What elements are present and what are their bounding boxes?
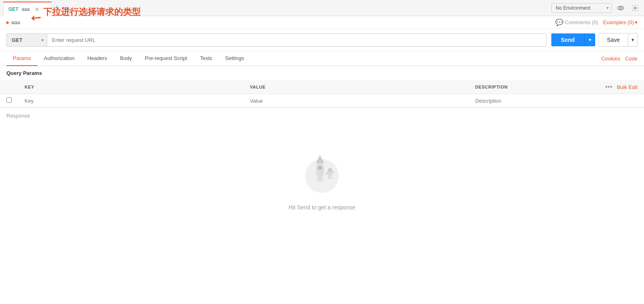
svg-point-1 [620, 7, 622, 9]
eye-icon-button[interactable] [615, 2, 626, 14]
save-button-wrap: Save ▾ [598, 33, 638, 47]
send-dropdown-button[interactable]: ▾ [585, 33, 595, 46]
request-tab[interactable]: GET aaa ✕ [3, 2, 52, 16]
examples-chevron-icon: ▾ [635, 19, 638, 25]
table-row [0, 94, 644, 108]
description-col-header: DESCRIPTION [469, 80, 596, 94]
breadcrumb-label: aaa [11, 19, 20, 25]
svg-point-8 [320, 177, 323, 182]
comments-label: Comments (0) [565, 19, 598, 25]
method-select-wrap: GET POST PUT DELETE PATCH HEAD OPTIONS ▾ [6, 33, 47, 47]
rocket-illustration [298, 148, 346, 196]
value-input[interactable] [250, 98, 462, 104]
save-dropdown-button[interactable]: ▾ [628, 33, 638, 47]
key-cell [18, 94, 243, 108]
more-tabs-button[interactable]: ••• [62, 4, 69, 12]
request-line: ➘ 下拉进行选择请求的类型 GET POST PUT DELETE PATCH … [0, 29, 644, 51]
url-input[interactable] [47, 33, 546, 47]
examples-label: Examples (0) [603, 19, 634, 25]
breadcrumb-bar: ▶ aaa 💬 Comments (0) Examples (0) ▾ [0, 16, 644, 29]
environment-select[interactable]: No Environment [551, 3, 612, 13]
method-select[interactable]: GET POST PUT DELETE PATCH HEAD OPTIONS [6, 33, 47, 47]
tab-prerequest[interactable]: Pre-request Script [138, 51, 193, 66]
breadcrumb-arrow-icon: ▶ [6, 20, 10, 25]
row-checkbox[interactable] [0, 94, 18, 108]
save-chevron-icon: ▾ [632, 37, 634, 43]
description-input[interactable] [475, 98, 638, 104]
tab-params[interactable]: Params [6, 51, 37, 66]
svg-point-6 [318, 166, 322, 170]
send-button-wrap: Send ▾ [551, 33, 595, 46]
tab-method: GET [8, 6, 19, 12]
query-params-header: Query Params [0, 66, 644, 80]
key-col-header: KEY [18, 80, 243, 94]
gear-icon-button[interactable] [629, 2, 641, 14]
env-select-wrap: No Environment ▾ [551, 3, 612, 13]
cookies-link[interactable]: Cookies [601, 52, 620, 66]
checkbox-col-header [0, 80, 18, 94]
save-button[interactable]: Save [598, 33, 628, 47]
params-table: KEY VALUE DESCRIPTION ••• Bulk Edit [0, 80, 644, 108]
tab-bar: GET aaa ✕ + ••• No Environment ▾ [0, 0, 644, 16]
close-icon[interactable]: ✕ [35, 6, 39, 12]
row-checkbox-input[interactable] [6, 97, 12, 103]
tabs-nav: Params Authorization Headers Body Pre-re… [0, 51, 644, 66]
empty-response-text: Hit Send to get a response [289, 204, 355, 211]
response-label: Response [6, 113, 30, 119]
tab-body[interactable]: Body [114, 51, 139, 66]
description-cell [469, 94, 644, 108]
tab-headers[interactable]: Headers [81, 51, 114, 66]
tab-settings[interactable]: Settings [219, 51, 251, 66]
examples-link[interactable]: Examples (0) ▾ [603, 19, 638, 25]
svg-marker-5 [316, 155, 324, 163]
send-button[interactable]: Send [551, 33, 585, 46]
tab-authorization[interactable]: Authorization [37, 51, 81, 66]
code-link[interactable]: Code [625, 52, 638, 66]
key-input[interactable] [25, 98, 237, 104]
send-chevron-icon: ▾ [589, 37, 591, 43]
bulk-edit-button[interactable]: Bulk Edit [617, 84, 638, 90]
tab-name: aaa [22, 6, 30, 12]
breadcrumb-right: 💬 Comments (0) Examples (0) ▾ [555, 19, 638, 26]
comment-icon: 💬 [555, 19, 563, 26]
comments-link[interactable]: 💬 Comments (0) [555, 19, 598, 26]
value-cell [243, 94, 469, 108]
empty-response-area: Hit Send to get a response [0, 124, 644, 227]
response-section: Response [0, 108, 644, 124]
tab-tests[interactable]: Tests [193, 51, 218, 66]
tabs-nav-right: Cookies Code [601, 52, 638, 66]
breadcrumb: ▶ aaa [6, 19, 20, 25]
add-tab-button[interactable]: + [52, 4, 62, 12]
value-col-header: VALUE [243, 80, 469, 94]
more-icon[interactable]: ••• [605, 83, 613, 90]
tab-bar-right: No Environment ▾ [551, 2, 641, 14]
params-table-header-row: KEY VALUE DESCRIPTION ••• Bulk Edit [0, 80, 644, 94]
svg-point-2 [634, 7, 636, 9]
actions-col-header: ••• Bulk Edit [596, 80, 644, 94]
svg-point-10 [328, 168, 332, 172]
